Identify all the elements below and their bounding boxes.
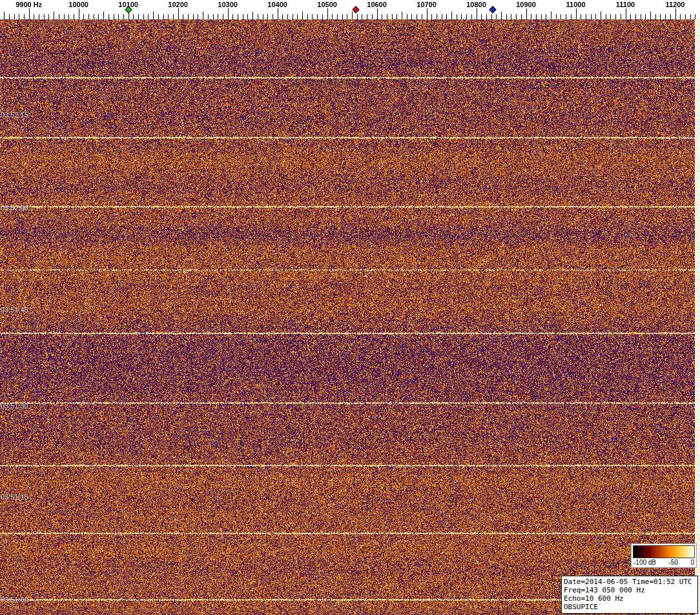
ruler-freq-label: 10800 [466,1,486,8]
spectrogram-window: 9900 Hz100001010010200103001040010500106… [0,0,700,615]
colorbar-labels: -100 dB -50 0 [633,558,695,567]
legend-max-label: 0 [690,558,694,567]
colorbar-gradient [633,545,695,558]
legend-mid-label: -50 [669,558,678,567]
info-station-line: OBSUPICE [564,603,697,611]
ruler-freq-label: 9900 Hz [15,1,42,8]
ruler-freq-label: 10500 [317,1,337,8]
ruler-freq-label: 10600 [367,1,387,8]
ruler-ticks-canvas [0,0,700,19]
waterfall-canvas [0,19,700,615]
frequency-ruler: 9900 Hz100001010010200103001040010500106… [0,0,700,19]
ruler-freq-label: 10700 [417,1,437,8]
colorbar-legend: -100 dB -50 0 [631,543,697,568]
ruler-freq-label: 11200 [666,1,685,8]
info-echo-line: Echo=10 600 Hz [564,594,697,603]
ruler-freq-label: 11100 [616,1,635,8]
info-date-line: Date=2014-06-05 Time=01:52 UTC [564,578,697,586]
info-box: Date=2014-06-05 Time=01:52 UTC Freq=143 … [561,576,698,614]
ruler-freq-label: 10300 [218,1,238,8]
waterfall-display: 03:52:1503:52:0003:51:4503:51:3003:51:15… [0,19,700,615]
ruler-freq-label: 10000 [68,1,88,8]
info-freq-line: Freq=143 050 000 Hz [564,586,697,594]
ruler-freq-label: 10900 [516,1,536,8]
ruler-freq-label: 11000 [566,1,586,8]
ruler-freq-label: 10400 [267,1,287,8]
legend-min-label: -100 dB [633,558,656,567]
ruler-freq-label: 10200 [168,1,188,8]
